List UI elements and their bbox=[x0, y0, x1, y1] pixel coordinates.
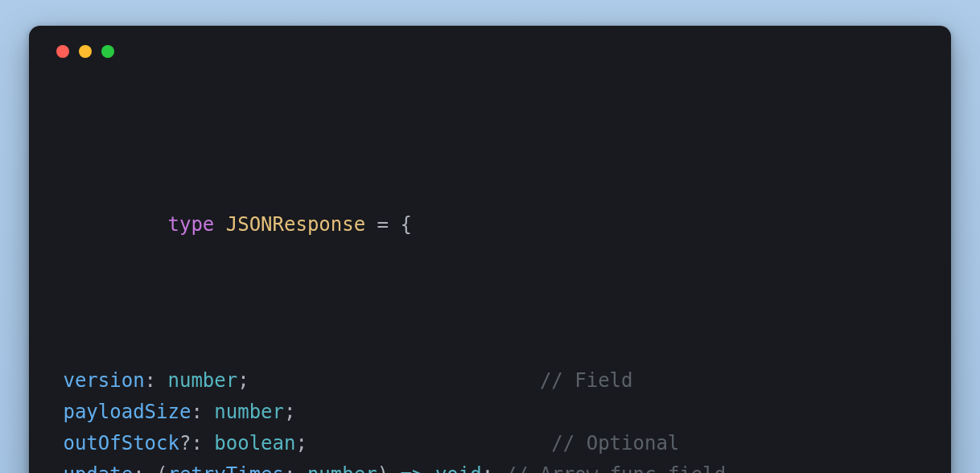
token-t-type: boolean bbox=[214, 432, 295, 454]
close-icon[interactable] bbox=[56, 45, 69, 58]
token-keyword: type bbox=[168, 213, 215, 236]
token-prop: version bbox=[63, 369, 144, 392]
token-prop: outOfStock bbox=[63, 432, 179, 454]
token-punct bbox=[423, 463, 434, 474]
token-prop: retryTimes bbox=[168, 463, 285, 474]
token-t-type: number bbox=[214, 401, 284, 423]
token-punct: : ( bbox=[133, 463, 167, 474]
token-punct: ) bbox=[377, 463, 401, 474]
token-prop: update bbox=[63, 463, 133, 474]
code-line: update: (retryTimes: number) => void; //… bbox=[51, 459, 929, 474]
token-punct: ; bbox=[237, 369, 249, 392]
code-comment: // Arrow func field bbox=[505, 459, 727, 474]
token-op: => bbox=[401, 463, 424, 474]
code-tokens: version: number; bbox=[51, 365, 249, 397]
code-comment: // Optional bbox=[551, 428, 679, 459]
code-line: payloadSize: number; bbox=[51, 397, 929, 428]
token-punct: : bbox=[145, 369, 168, 392]
token-punct: : bbox=[191, 401, 214, 423]
traffic-lights bbox=[51, 45, 929, 58]
code-block: type JSONResponse = { version: number; /… bbox=[51, 84, 929, 473]
zoom-icon[interactable] bbox=[101, 45, 114, 58]
code-tokens: outOfStock?: boolean; bbox=[51, 428, 307, 459]
token-brace-open: { bbox=[401, 213, 412, 236]
code-line: outOfStock?: boolean; // Optional bbox=[51, 428, 929, 459]
token-t-type: number bbox=[307, 463, 377, 474]
token-punct: ; bbox=[482, 463, 493, 474]
code-tokens: update: (retryTimes: number) => void; bbox=[51, 459, 493, 474]
token-typename: JSONResponse bbox=[226, 213, 365, 236]
token-t-type: number bbox=[168, 369, 238, 392]
code-lines: version: number; // Field payloadSize: n… bbox=[51, 365, 929, 473]
token-t-type: void bbox=[435, 463, 482, 474]
token-punct: = bbox=[365, 213, 400, 236]
minimize-icon[interactable] bbox=[79, 45, 92, 58]
token-punct: ; bbox=[284, 401, 295, 423]
code-line: version: number; // Field bbox=[51, 365, 929, 397]
page-frame: type JSONResponse = { version: number; /… bbox=[0, 0, 980, 473]
token-prop: payloadSize bbox=[63, 401, 191, 423]
code-tokens: payloadSize: number; bbox=[51, 397, 295, 428]
token-punct: : bbox=[284, 463, 307, 474]
code-line-header: type JSONResponse = { bbox=[51, 178, 929, 272]
token-punct: ; bbox=[295, 432, 307, 454]
code-window: type JSONResponse = { version: number; /… bbox=[29, 26, 951, 473]
token-punct: ?: bbox=[179, 432, 214, 454]
code-comment: // Field bbox=[540, 365, 633, 397]
